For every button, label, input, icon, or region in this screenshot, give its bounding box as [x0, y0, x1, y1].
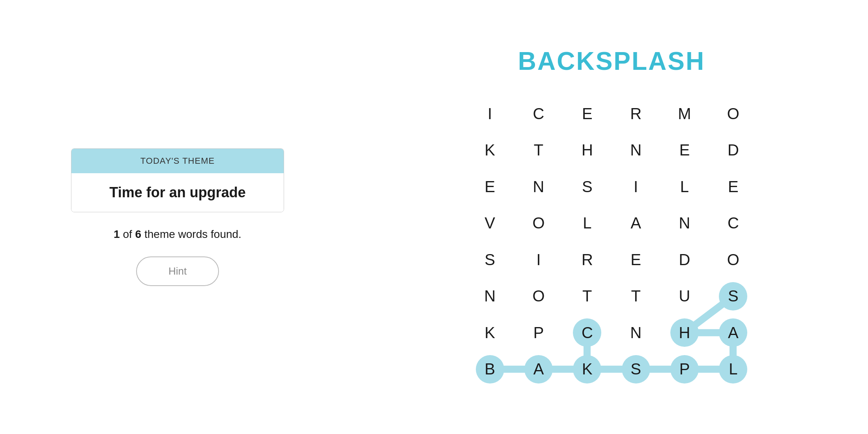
letter-E-10: E: [670, 136, 699, 165]
letter-H-40: H: [670, 318, 699, 347]
grid-cell-8[interactable]: H: [563, 132, 612, 169]
theme-body: Time for an upgrade: [71, 173, 284, 212]
found-count: 1: [114, 228, 120, 240]
letter-A-21: A: [622, 209, 650, 238]
letter-O-31: O: [524, 282, 553, 311]
grid-cell-6[interactable]: K: [466, 132, 514, 169]
grid-cell-7[interactable]: T: [514, 132, 563, 169]
letter-E-27: E: [622, 245, 650, 274]
grid-cell-41[interactable]: A: [709, 314, 758, 351]
grid-cell-9[interactable]: N: [612, 132, 660, 169]
letter-B-42: B: [476, 355, 504, 383]
letter-R-3: R: [622, 99, 650, 128]
letter-K-6: K: [476, 136, 504, 165]
found-separator: of: [123, 228, 135, 240]
letter-M-4: M: [670, 99, 699, 128]
grid-cell-24[interactable]: S: [466, 241, 514, 278]
letter-U-34: U: [670, 282, 699, 311]
grid-cell-23[interactable]: C: [709, 205, 758, 242]
grid-cell-13[interactable]: N: [514, 168, 563, 205]
letter-D-11: D: [719, 136, 747, 165]
letter-N-13: N: [524, 172, 553, 201]
letter-T-32: T: [573, 282, 601, 311]
hint-button[interactable]: Hint: [136, 256, 219, 286]
letter-L-47: L: [719, 355, 747, 383]
grid-cell-30[interactable]: N: [466, 278, 514, 315]
letter-L-16: L: [670, 172, 699, 201]
grid-cell-17[interactable]: E: [709, 168, 758, 205]
theme-card: TODAY'S THEME Time for an upgrade: [71, 148, 284, 212]
main-container: TODAY'S THEME Time for an upgrade 1 of 6…: [0, 0, 868, 434]
grid-cell-37[interactable]: P: [514, 314, 563, 351]
grid-cell-38[interactable]: C: [563, 314, 612, 351]
letter-T-33: T: [622, 282, 650, 311]
grid-cell-32[interactable]: T: [563, 278, 612, 315]
letter-P-46: P: [670, 355, 699, 383]
letter-D-28: D: [670, 245, 699, 274]
letter-K-44: K: [573, 355, 601, 383]
grid-cell-36[interactable]: K: [466, 314, 514, 351]
grid-cell-27[interactable]: E: [612, 241, 660, 278]
letter-I-15: I: [622, 172, 650, 201]
left-panel: TODAY'S THEME Time for an upgrade 1 of 6…: [0, 125, 355, 310]
grid-cell-12[interactable]: E: [466, 168, 514, 205]
letter-C-38: C: [573, 318, 601, 347]
letter-C-23: C: [719, 209, 747, 238]
grid-cell-5[interactable]: O: [709, 95, 758, 132]
grid-cell-43[interactable]: A: [514, 351, 563, 388]
grid-cell-19[interactable]: O: [514, 205, 563, 242]
grid-cell-28[interactable]: D: [660, 241, 709, 278]
letter-L-20: L: [573, 209, 601, 238]
letter-S-45: S: [622, 355, 650, 383]
grid-cell-42[interactable]: B: [466, 351, 514, 388]
letter-O-5: O: [719, 99, 747, 128]
grid-cell-15[interactable]: I: [612, 168, 660, 205]
grid-cell-3[interactable]: R: [612, 95, 660, 132]
grid-cell-20[interactable]: L: [563, 205, 612, 242]
grid-cell-10[interactable]: E: [660, 132, 709, 169]
grid-cell-29[interactable]: O: [709, 241, 758, 278]
found-text: 1 of 6 theme words found.: [114, 228, 241, 241]
grid-cell-1[interactable]: C: [514, 95, 563, 132]
grid-wrapper: ICERMOKTHNEDENSILEVOLANCSIREDONOTTUSKPCN…: [466, 95, 758, 387]
grid-cell-39[interactable]: N: [612, 314, 660, 351]
grid-cell-31[interactable]: O: [514, 278, 563, 315]
grid-cell-44[interactable]: K: [563, 351, 612, 388]
letter-S-24: S: [476, 245, 504, 274]
grid-cell-47[interactable]: L: [709, 351, 758, 388]
grid-cell-40[interactable]: H: [660, 314, 709, 351]
letter-O-29: O: [719, 245, 747, 274]
grid-cell-25[interactable]: I: [514, 241, 563, 278]
grid-cell-22[interactable]: N: [660, 205, 709, 242]
grid-cell-46[interactable]: P: [660, 351, 709, 388]
grid-cell-11[interactable]: D: [709, 132, 758, 169]
letter-K-36: K: [476, 318, 504, 347]
letter-N-22: N: [670, 209, 699, 238]
grid-cell-33[interactable]: T: [612, 278, 660, 315]
found-suffix: theme words found.: [144, 228, 241, 240]
game-title: BACKSPLASH: [518, 47, 705, 76]
grid-cell-4[interactable]: M: [660, 95, 709, 132]
grid-cell-45[interactable]: S: [612, 351, 660, 388]
theme-header: TODAY'S THEME: [71, 149, 284, 173]
grid-cell-18[interactable]: V: [466, 205, 514, 242]
letter-N-30: N: [476, 282, 504, 311]
total-count: 6: [135, 228, 142, 240]
letter-E-12: E: [476, 172, 504, 201]
grid-cell-21[interactable]: A: [612, 205, 660, 242]
grid-cell-26[interactable]: R: [563, 241, 612, 278]
grid-cell-2[interactable]: E: [563, 95, 612, 132]
letter-S-14: S: [573, 172, 601, 201]
letter-S-35: S: [719, 282, 747, 311]
grid-cell-14[interactable]: S: [563, 168, 612, 205]
letter-T-7: T: [524, 136, 553, 165]
grid-cell-35[interactable]: S: [709, 278, 758, 315]
grid-cell-34[interactable]: U: [660, 278, 709, 315]
grid-cell-16[interactable]: L: [660, 168, 709, 205]
grid-cell-0[interactable]: I: [466, 95, 514, 132]
letter-E-17: E: [719, 172, 747, 201]
letter-H-8: H: [573, 136, 601, 165]
letter-O-19: O: [524, 209, 553, 238]
letter-E-2: E: [573, 99, 601, 128]
letter-grid: ICERMOKTHNEDENSILEVOLANCSIREDONOTTUSKPCN…: [466, 95, 758, 387]
